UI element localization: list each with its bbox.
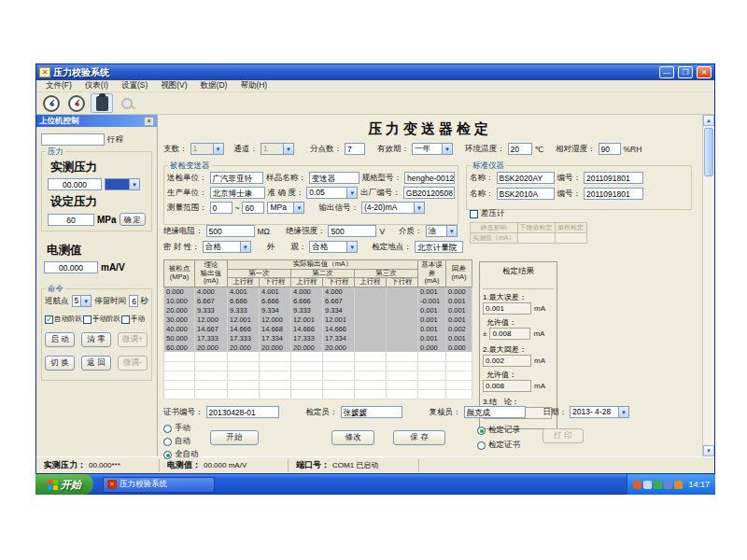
table-row[interactable]: 0.0004.0004.0014.0014.0004.0000.0010.000	[164, 287, 472, 296]
close-button[interactable]: ✕	[697, 66, 712, 78]
range-to-input[interactable]: 60	[242, 202, 264, 214]
points-input[interactable]: 7	[345, 143, 365, 155]
start-button[interactable]: 启 动	[45, 332, 75, 347]
std-name1-input[interactable]: BSK2020AY	[497, 172, 555, 184]
tray-icon-5[interactable]	[674, 481, 683, 489]
certificate-radio[interactable]	[477, 441, 486, 450]
table-cell: 12.001	[228, 315, 260, 324]
std-no1-input[interactable]: 2011091801	[584, 172, 643, 184]
menu-item-0[interactable]: 文件(F)	[39, 80, 78, 91]
results-table-body: 0.0004.0004.0014.0014.0004.0000.0010.000…	[164, 287, 472, 399]
menu-item-4[interactable]: 数据(D)	[194, 80, 234, 91]
scroll-down-icon[interactable]: ▼	[703, 445, 714, 456]
sample-name-input[interactable]: 变送器	[309, 172, 359, 184]
insulation-strength-input[interactable]: 500	[328, 225, 376, 237]
model-input[interactable]: henghe-0012	[404, 172, 455, 184]
std-no2-input[interactable]: 2011091801	[584, 188, 643, 200]
sender-unit-input[interactable]: 广汽菲亚特	[210, 172, 264, 184]
output-signal-combo[interactable]: (4-20)mA▼	[361, 202, 425, 214]
cruise-combo[interactable]: 5▼	[72, 295, 92, 307]
record-radio[interactable]	[477, 427, 486, 435]
status-bar: 实测压力： 00.000*** 电测值： 00.000 mA/V 端口号： CO…	[36, 456, 714, 473]
range-unit-combo[interactable]: MPa▼	[267, 202, 304, 214]
vertical-scrollbar[interactable]: ▲ ▼	[702, 115, 714, 456]
serial-input[interactable]: GB20120508	[403, 187, 455, 199]
validity-combo[interactable]: 一年▼	[412, 143, 453, 155]
minimize-button[interactable]: —	[659, 66, 674, 78]
begin-button[interactable]: 开始	[210, 430, 259, 445]
table-cell: 4.001	[260, 287, 291, 296]
medium-combo[interactable]: 油▼	[426, 225, 458, 237]
zoom-icon[interactable]	[116, 93, 138, 113]
measured-pressure-label: 实测压力	[50, 160, 148, 175]
menu-item-5[interactable]: 帮助(H)	[233, 80, 274, 91]
verifier-input[interactable]: 张媛媛	[341, 406, 402, 418]
table-row[interactable]: 30.00012.00012.00112.00012.00112.0010.00…	[164, 315, 472, 324]
set-pressure-input[interactable]: 60	[48, 214, 94, 226]
table-row[interactable]: 50.00017.33317.33317.33417.33317.3340.00…	[164, 333, 472, 343]
confirm-button[interactable]: 确 定	[120, 213, 146, 226]
modify-button[interactable]: 修改	[331, 430, 374, 445]
menu-item-1[interactable]: 仪表(I)	[78, 80, 115, 91]
diff-pressure-checkbox[interactable]	[470, 210, 478, 218]
temperature-input[interactable]: 20	[508, 143, 532, 155]
std-name2-input[interactable]: BSK2010A	[497, 188, 555, 200]
table-cell	[418, 380, 446, 389]
transmitter-icon[interactable]	[91, 93, 113, 113]
back-button[interactable]: 返 回	[81, 356, 111, 371]
switch-button[interactable]: 切 换	[45, 356, 75, 371]
dwell-input[interactable]: 6	[129, 295, 137, 307]
date-combo[interactable]: 2013- 4-28▼	[570, 406, 629, 418]
table-row[interactable]: 60.00020.00020.00020.00020.00020.0000.00…	[164, 343, 472, 352]
insulation-resistance-input[interactable]: 500	[206, 225, 255, 237]
pressure-gauge-verify-icon[interactable]	[65, 93, 88, 113]
table-row[interactable]: 20.0009.3339.3339.3349.3339.3340.0010.00…	[164, 305, 472, 315]
tray-icon-2[interactable]	[643, 481, 652, 489]
tray-icon-1[interactable]	[633, 481, 641, 489]
table-row[interactable]: 40.00014.66714.66614.66814.66614.6660.00…	[164, 324, 472, 333]
table-cell: 9.333	[195, 305, 228, 315]
menu-item-2[interactable]: 设置(S)	[115, 80, 154, 91]
save-button[interactable]: 保 存	[393, 430, 445, 445]
location-input[interactable]: 北京计量院	[415, 241, 463, 253]
pressure-gauge-calibrate-icon[interactable]	[40, 93, 63, 113]
table-cell: 20.000	[228, 343, 260, 352]
scroll-up-icon[interactable]: ▲	[703, 115, 714, 126]
status-electric-value: 00.000 mA/V	[204, 461, 247, 469]
sidebar-close-icon[interactable]: ×	[144, 117, 154, 126]
tray-icon-4[interactable]	[664, 481, 672, 489]
appearance-combo[interactable]: 合格▼	[309, 241, 358, 253]
table-cell	[355, 343, 387, 352]
stroke-input[interactable]	[41, 133, 105, 146]
range-from-input[interactable]: 0	[210, 202, 233, 214]
mode-auto-radio[interactable]	[163, 438, 172, 446]
auto-step-checkbox[interactable]	[45, 315, 53, 324]
tray-icon-3[interactable]	[654, 481, 662, 489]
taskbar-task-button[interactable]: ✕ 压力校验系统	[103, 477, 215, 493]
manual-step-checkbox[interactable]	[83, 315, 92, 324]
table-cell: 9.333	[291, 305, 323, 315]
zero-button[interactable]: 清 零	[81, 332, 111, 347]
table-empty-row	[164, 371, 472, 380]
table-cell	[387, 333, 418, 343]
clock[interactable]: 14:17	[688, 480, 710, 489]
restore-button[interactable]: ❐	[678, 66, 693, 78]
table-cell	[418, 361, 446, 371]
seal-combo[interactable]: 合格▼	[203, 241, 251, 253]
manual-checkbox[interactable]	[121, 315, 130, 324]
results-table: 被检点 (MPa) 理论 输出值 (mA) 实际输出值（mA） 基本误差 (mA…	[163, 259, 472, 399]
mode-full-auto-radio[interactable]	[163, 451, 172, 459]
humidity-input[interactable]: 90	[599, 143, 621, 155]
table-row[interactable]: 10.0006.6676.6666.6666.6666.667-0.0010.0…	[164, 296, 472, 305]
window-titlebar[interactable]: ✕ 压力校验系统 — ❐ ✕	[36, 64, 714, 80]
start-button[interactable]: 开始	[35, 474, 93, 495]
menu-item-3[interactable]: 视图(V)	[154, 80, 193, 91]
certificate-no-input[interactable]: 20130428-01	[206, 406, 279, 418]
accuracy-combo[interactable]: 0.05▼	[306, 187, 358, 199]
reviewer-input[interactable]: 颜克成	[464, 406, 526, 418]
scrollbar-thumb[interactable]	[704, 128, 713, 176]
table-cell: 12.001	[291, 315, 323, 324]
maker-input[interactable]: 北京博士康	[210, 187, 265, 199]
pressure-unit-combo[interactable]: ▼	[105, 178, 140, 190]
mode-manual-radio[interactable]	[163, 425, 172, 433]
